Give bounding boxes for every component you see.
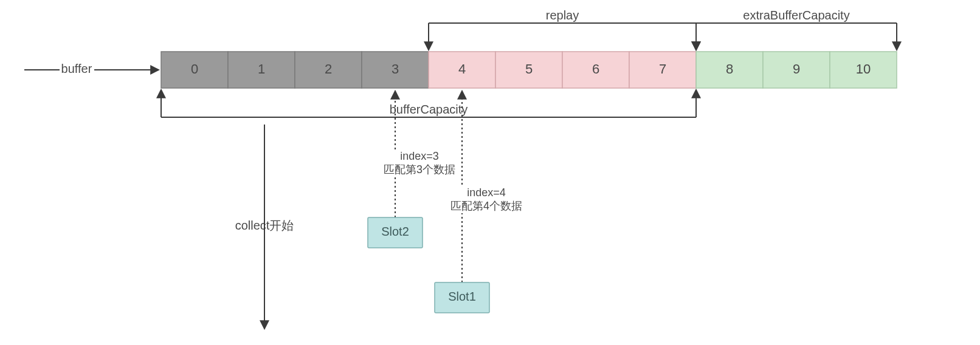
replay-label: replay (546, 9, 579, 22)
buffer-cell-value: 7 (659, 61, 666, 77)
slot2-index-label: index=3 (400, 150, 439, 162)
buffer-cell-value: 10 (856, 61, 871, 77)
buffer-label: buffer (61, 62, 92, 75)
slot2-name-label: Slot2 (381, 225, 409, 238)
collect-start-group: collect开始 (231, 125, 298, 328)
buffer-cell-value: 5 (525, 61, 533, 77)
buffer-capacity-label: bufferCapacity (390, 103, 468, 116)
buffer-cell-value: 3 (392, 61, 399, 77)
buffer-cell-value: 6 (592, 61, 599, 77)
buffer-cell-value: 8 (726, 61, 733, 77)
buffer-cell-value: 1 (258, 61, 265, 77)
extra-bracket: extraBufferCapacity (696, 9, 897, 49)
slot2-match-label: 匹配第3个数据 (384, 163, 455, 176)
buffer-cell-value: 4 (458, 61, 466, 77)
extra-buffer-capacity-label: extraBufferCapacity (743, 9, 849, 22)
buffer-cell-value: 9 (793, 61, 800, 77)
replay-bracket: replay (429, 9, 696, 49)
slot1-index-label: index=4 (467, 186, 506, 199)
diagram-canvas: buffer 012345678910 replay extraBufferCa… (0, 0, 980, 345)
buffer-cells-row: 012345678910 (161, 52, 897, 88)
slot1-name-label: Slot1 (448, 290, 476, 303)
buffer-capacity-bracket: bufferCapacity (161, 91, 696, 117)
buffer-cell-value: 2 (325, 61, 332, 77)
slot1-match-label: 匹配第4个数据 (450, 200, 522, 212)
slot1-group: index=4 匹配第4个数据 Slot1 (435, 92, 526, 313)
buffer-cell-value: 0 (191, 61, 198, 77)
buffer-label-group: buffer (24, 62, 158, 75)
